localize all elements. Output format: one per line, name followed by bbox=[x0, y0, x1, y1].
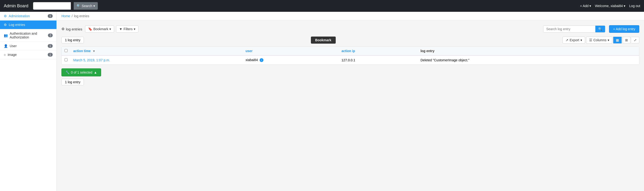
log-entry-value: Deleted "CustomerImage object." bbox=[420, 58, 470, 62]
list-icon: ⊞ bbox=[625, 38, 628, 42]
search-icon: 🔍 bbox=[76, 4, 80, 8]
sidebar-item-auth[interactable]: 👥 Authentication and Authorization 2 bbox=[0, 29, 56, 42]
expand-button[interactable]: ⤢ bbox=[632, 37, 639, 43]
export-button[interactable]: ↗ Export ▾ bbox=[562, 36, 585, 44]
selected-actions-button[interactable]: 🔧 0 of 1 selected ▲ bbox=[62, 68, 101, 76]
filter-icon: ▼ bbox=[119, 27, 122, 31]
view-controls: ↗ Export ▾ ☰ Columns ▾ ▦ ⊞ bbox=[562, 36, 639, 44]
user-info-icon[interactable]: i bbox=[260, 58, 264, 62]
navbar-brand: Admin Board bbox=[4, 3, 28, 8]
navbar: Admin Board 🔍 Search ▾ + Add ▾ Welcome, … bbox=[0, 0, 644, 12]
bookmark-icon: 🔖 bbox=[88, 27, 92, 31]
sidebar-item-user[interactable]: 👤 User 1 bbox=[0, 42, 56, 50]
navbar-add-button[interactable]: + Add ▾ bbox=[580, 4, 591, 8]
sidebar-badge-image: 1 bbox=[48, 53, 53, 57]
search-log-entry-input[interactable] bbox=[543, 26, 595, 32]
selection-label: 0 of 1 selected bbox=[71, 70, 92, 74]
navbar-logout-button[interactable]: Log out bbox=[629, 4, 640, 8]
navbar-right: + Add ▾ Welcome, xiabai84 ▾ Log out bbox=[580, 4, 640, 8]
row-checkbox[interactable] bbox=[64, 58, 68, 61]
action-ip-label: action ip bbox=[341, 49, 355, 53]
layout: ⚙ Administration 1 ⚙ Log entries 👥 Authe… bbox=[0, 12, 644, 191]
export-caret-icon: ▾ bbox=[580, 38, 582, 42]
grid-view-button[interactable]: ▦ bbox=[613, 37, 622, 43]
main-content: Home / log entries ⚙ log entries 🔖 Bookm… bbox=[57, 12, 644, 191]
bookmark-tooltip: Bookmark bbox=[311, 36, 336, 44]
sort-icon: ▼ bbox=[92, 49, 96, 53]
breadcrumb-separator: / bbox=[72, 14, 72, 18]
navbar-search-button[interactable]: 🔍 Search ▾ bbox=[74, 2, 98, 10]
search-box: 🔍 bbox=[543, 25, 605, 32]
columns-button[interactable]: ☰ Columns ▾ bbox=[586, 36, 612, 44]
users-icon: 👥 bbox=[4, 33, 8, 37]
count-bar: 1 log entry Bookmark ↗ Export ▾ ☰ Column… bbox=[62, 36, 639, 44]
expand-icon: ⤢ bbox=[634, 38, 637, 42]
log-entry-label: log entry bbox=[420, 49, 434, 53]
sidebar-item-image[interactable]: ○ image 1 bbox=[0, 50, 56, 59]
select-all-checkbox[interactable] bbox=[64, 49, 68, 52]
row-user: xiabai84 i bbox=[242, 55, 338, 64]
row-checkbox-cell bbox=[62, 55, 70, 64]
header-checkbox-cell bbox=[62, 47, 70, 55]
log-entries-table: action time ▼ user action ip log entry bbox=[62, 47, 639, 64]
sidebar-badge-auth: 2 bbox=[48, 33, 53, 37]
content-area: ⚙ log entries 🔖 Bookmark ▾ ▼ Filters ▾ 🔍 bbox=[57, 20, 644, 89]
columns-icon: ☰ bbox=[589, 38, 592, 42]
header-user[interactable]: user bbox=[242, 47, 338, 55]
navbar-welcome[interactable]: Welcome, xiabai84 ▾ bbox=[595, 4, 625, 8]
add-log-entry-button[interactable]: + Add log entry bbox=[609, 25, 639, 33]
navbar-search-input[interactable] bbox=[33, 2, 71, 10]
search-log-entry-button[interactable]: 🔍 bbox=[595, 26, 605, 32]
gear-icon: ⚙ bbox=[4, 14, 7, 18]
gear-icon-active: ⚙ bbox=[4, 23, 7, 27]
breadcrumb-home[interactable]: Home bbox=[62, 14, 70, 18]
row-action-ip: 127.0.0.1 bbox=[338, 55, 418, 64]
table-body: March 5, 2019, 1:07 p.m. xiabai84 i 127.… bbox=[62, 55, 639, 64]
header-log-entry: log entry bbox=[418, 47, 639, 55]
wrench-icon: 🔧 bbox=[66, 70, 70, 74]
ip-value: 127.0.0.1 bbox=[341, 58, 355, 62]
row-action-time: March 5, 2019, 1:07 p.m. bbox=[70, 55, 242, 64]
action-time-link[interactable]: March 5, 2019, 1:07 p.m. bbox=[73, 58, 110, 62]
header-action-ip[interactable]: action ip bbox=[338, 47, 418, 55]
export-icon: ↗ bbox=[566, 38, 568, 42]
caret-icon: ▾ bbox=[590, 4, 591, 8]
gear-icon-toolbar: ⚙ bbox=[62, 27, 64, 31]
selected-caret-icon: ▲ bbox=[94, 70, 97, 74]
sidebar-badge-user: 1 bbox=[48, 44, 53, 48]
toolbar: ⚙ log entries 🔖 Bookmark ▾ ▼ Filters ▾ 🔍 bbox=[62, 25, 639, 33]
bookmark-caret-icon: ▾ bbox=[110, 27, 111, 31]
columns-caret-icon: ▾ bbox=[608, 38, 609, 42]
sidebar-badge-administration: 1 bbox=[48, 14, 53, 18]
header-action-time[interactable]: action time ▼ bbox=[70, 47, 242, 55]
sidebar-item-administration[interactable]: ⚙ Administration 1 bbox=[0, 12, 56, 20]
log-entries-table-container: action time ▼ user action ip log entry bbox=[62, 46, 639, 65]
grid-icon: ▦ bbox=[616, 38, 619, 42]
row-log-entry: Deleted "CustomerImage object." bbox=[418, 55, 639, 64]
table-row: March 5, 2019, 1:07 p.m. xiabai84 i 127.… bbox=[62, 55, 639, 64]
bookmark-button[interactable]: 🔖 Bookmark ▾ bbox=[85, 25, 114, 32]
filters-caret-icon: ▾ bbox=[134, 27, 135, 31]
username-label: xiabai84 bbox=[246, 58, 258, 62]
action-time-label: action time bbox=[73, 49, 91, 53]
breadcrumb-current: log entries bbox=[74, 14, 89, 18]
bottom-count: 1 log entry bbox=[62, 79, 84, 85]
user-icon: 👤 bbox=[4, 44, 8, 48]
log-entry-count: 1 log entry bbox=[62, 37, 84, 43]
list-view-button[interactable]: ⊞ bbox=[622, 37, 630, 43]
circle-icon: ○ bbox=[4, 53, 6, 57]
sidebar: ⚙ Administration 1 ⚙ Log entries 👥 Authe… bbox=[0, 12, 57, 191]
table-header: action time ▼ user action ip log entry bbox=[62, 47, 639, 55]
toolbar-title: ⚙ log entries bbox=[62, 27, 82, 31]
selected-bar: 🔧 0 of 1 selected ▲ bbox=[62, 68, 639, 76]
filters-button[interactable]: ▼ Filters ▾ bbox=[116, 25, 138, 32]
breadcrumb: Home / log entries bbox=[57, 12, 644, 20]
sidebar-item-log-entries[interactable]: ⚙ Log entries bbox=[0, 20, 56, 29]
user-label: user bbox=[246, 49, 252, 53]
